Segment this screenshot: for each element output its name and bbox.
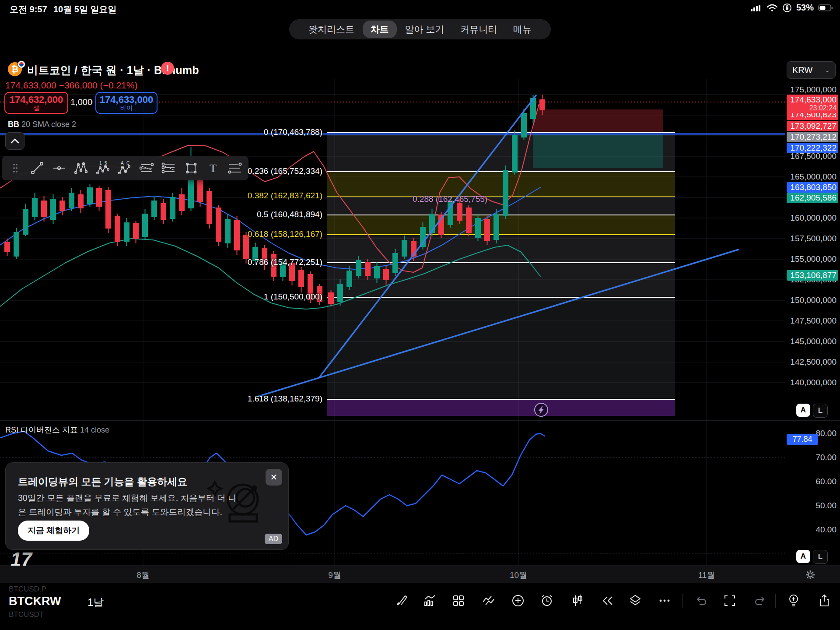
indicators-icon[interactable] <box>422 593 438 609</box>
bar-type-icon[interactable] <box>570 593 585 609</box>
warning-icon[interactable]: ! <box>161 62 174 75</box>
symbol-next[interactable]: BTCUSDT <box>9 610 44 619</box>
currency-dropdown[interactable]: KRW ⌄ <box>787 61 836 79</box>
korea-flag-icon <box>18 60 25 68</box>
collapse-panel-button[interactable] <box>5 132 24 150</box>
price-axis-label: 175,000,000 <box>787 84 838 95</box>
tab-1[interactable]: 왓치리스트 <box>301 21 362 38</box>
layers-icon[interactable] <box>627 593 643 609</box>
undo-icon[interactable] <box>693 593 709 609</box>
price-axis-label: 167,500,000 <box>787 151 838 162</box>
fib-retracement-tool-icon[interactable] <box>139 160 155 176</box>
rsi-auto-scale-button[interactable]: A <box>796 550 810 563</box>
currency-value: KRW <box>792 65 812 75</box>
price-axis-label: 140,000,000 <box>787 377 838 388</box>
fullscreen-icon[interactable] <box>722 593 738 609</box>
rsi-axis-label: 70.00 <box>787 452 838 463</box>
symbol-button[interactable]: BTCKRW <box>9 595 61 608</box>
redo-icon[interactable] <box>752 593 768 609</box>
replay-icon[interactable] <box>600 593 616 609</box>
price-axis-label: 160,000,000 <box>787 213 838 223</box>
sell-label: 셀 <box>33 105 39 111</box>
price-axis-label: 150,000,000 <box>787 295 838 306</box>
month-label[interactable]: 11월 <box>698 570 715 581</box>
draw-icon[interactable] <box>394 593 410 609</box>
buy-button[interactable]: 174,633,000 바이 <box>95 92 158 114</box>
price-axis-label: 155,000,000 <box>787 254 838 264</box>
xabcd-pattern-tool-icon[interactable] <box>73 160 90 176</box>
close-icon[interactable]: ✕ <box>266 469 282 486</box>
rsi-name: RSI 다이버전스 지표 <box>5 426 78 434</box>
app-screen: 오전 9:57 10월 5일 일요일 53% 왓치리스트차트알아 보기커뮤니티메… <box>0 0 840 630</box>
svg-text:T: T <box>210 162 217 175</box>
price-change-row: 174,633,000 −366,000 (−0.21%) <box>5 80 137 91</box>
fib-levels-tool-icon[interactable] <box>227 160 243 176</box>
svg-text:A: A <box>121 161 124 165</box>
alert-icon[interactable] <box>539 593 555 609</box>
trend-line-tool-icon[interactable] <box>29 160 46 176</box>
trend-fib-extension-tool-icon[interactable] <box>161 160 177 176</box>
bottom-toolbar: BTCUSD.P BTCKRW BTCUSDT 1날 <box>0 583 840 630</box>
rsi-log-scale-button[interactable]: L <box>813 550 828 564</box>
text-tool-icon[interactable]: T <box>205 160 221 176</box>
buy-price: 174,633,000 <box>100 95 153 105</box>
rsi-params: 14 close <box>80 426 109 434</box>
gear-icon[interactable] <box>805 570 816 580</box>
main-auto-scale-button[interactable]: A <box>796 404 810 417</box>
price-axis-label: 165,000,000 <box>787 172 838 182</box>
date-label: 10월 5일 일요일 <box>53 4 116 15</box>
chevron-down-icon: ⌄ <box>825 67 830 74</box>
ad-badge: AD <box>265 534 282 544</box>
sell-price: 174,632,000 <box>10 95 63 105</box>
share-icon[interactable] <box>816 593 832 609</box>
price-axis-label: 170,273,212 <box>787 132 838 142</box>
bb-name: BB <box>8 120 19 129</box>
layout-grid-icon[interactable] <box>451 593 466 609</box>
ad-popup: 트레이딩뷰의 모든 기능을 활용하세요 30일간 모든 플랜을 무료로 체험해 … <box>5 462 289 550</box>
svg-text:5: 5 <box>105 161 107 165</box>
svg-text:C: C <box>126 161 130 165</box>
rotation-lock-icon <box>782 3 792 13</box>
month-label[interactable]: 8월 <box>136 570 150 581</box>
cellular-icon <box>751 4 762 12</box>
interval-button[interactable]: 1날 <box>88 595 104 609</box>
month-label[interactable]: 9월 <box>328 570 341 581</box>
trial-cta-button[interactable]: 지금 체험하기 <box>18 521 89 541</box>
last-price-label: 174,633,000 23:02:24 <box>787 95 838 113</box>
price-axis-label: 153,106,877 <box>787 270 838 281</box>
svg-text:1: 1 <box>99 161 102 165</box>
drawing-toolbar: 15 AC T <box>2 156 248 180</box>
horizontal-line-tool-icon[interactable] <box>51 160 67 176</box>
chevron-up-icon <box>10 138 19 144</box>
more-icon[interactable] <box>657 593 672 609</box>
price-axis-label: 147,500,000 <box>787 316 838 326</box>
price-axis-label: 145,000,000 <box>787 336 838 347</box>
price-axis-label: 162,905,586 <box>787 193 838 203</box>
time-axis[interactable]: 8월9월10월11월 <box>0 566 840 584</box>
nav-tabs: 왓치리스트차트알아 보기커뮤니티메뉴 <box>289 19 551 39</box>
tab-4[interactable]: 커뮤니티 <box>452 21 505 38</box>
bar-countdown: 23:02:24 <box>787 104 836 112</box>
compare-icon[interactable] <box>481 593 497 609</box>
ideas-icon[interactable] <box>786 593 802 609</box>
bb-params: 20 SMA close 2 <box>21 120 76 129</box>
add-icon[interactable] <box>510 593 526 609</box>
abcd-pattern-tool-icon[interactable]: AC <box>117 160 133 176</box>
month-label[interactable]: 10월 <box>510 570 527 581</box>
tab-5[interactable]: 메뉴 <box>505 21 539 38</box>
tab-2[interactable]: 차트 <box>363 21 397 38</box>
symbol-previous[interactable]: BTCUSD.P <box>9 585 46 594</box>
rsi-indicator-label[interactable]: RSI 다이버전스 지표 14 close <box>5 425 109 435</box>
ad-body-line1: 30일간 모든 플랜을 무료로 체험해 보세요. 처음부터 더 나 <box>18 493 236 503</box>
clock: 오전 9:57 <box>10 4 47 15</box>
rectangle-tool-icon[interactable] <box>183 160 200 176</box>
drag-handle[interactable] <box>7 160 24 176</box>
battery-icon <box>818 4 833 12</box>
last-price: 174,633,000 <box>787 95 836 104</box>
elliott-wave-tool-icon[interactable]: 15 <box>95 160 112 176</box>
sell-button[interactable]: 174,632,000 셀 <box>4 92 68 114</box>
main-log-scale-button[interactable]: L <box>813 404 828 418</box>
tab-3[interactable]: 알아 보기 <box>397 21 452 38</box>
bb-indicator-label[interactable]: BB 20 SMA close 2 <box>5 119 79 130</box>
astronaut-icon <box>207 472 264 529</box>
